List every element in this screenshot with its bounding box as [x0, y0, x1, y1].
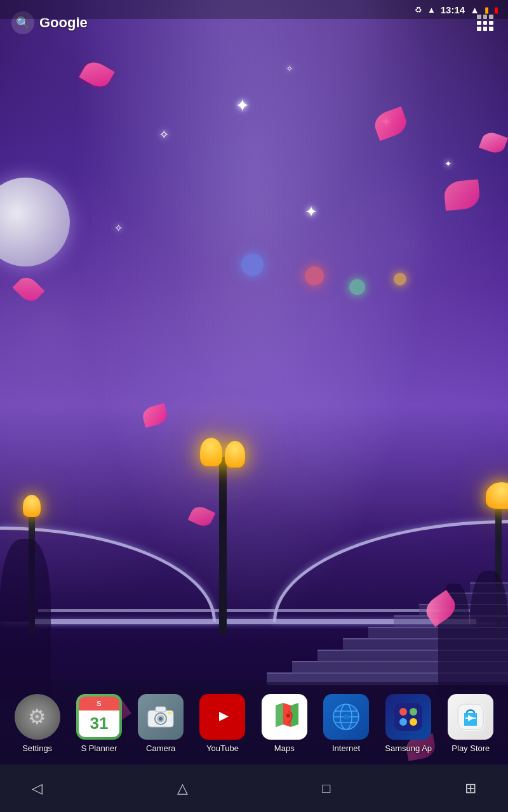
grid-dot	[489, 27, 493, 31]
grid-dot	[477, 27, 481, 31]
svg-rect-18	[394, 703, 422, 731]
svg-point-22	[410, 718, 417, 726]
svg-point-20	[410, 708, 417, 716]
tree-left-1	[0, 539, 51, 698]
sparkle-5: ✧	[286, 63, 293, 74]
battery-icon: ▮	[494, 5, 498, 15]
recycle-icon: ♻	[415, 5, 422, 15]
sparkle-1: ✦	[235, 95, 250, 116]
app-settings[interactable]: ⚙ Settings	[15, 694, 60, 753]
grid-dot	[477, 21, 481, 25]
lamp-center	[197, 457, 204, 634]
menu-button[interactable]: ⊞	[458, 774, 483, 803]
svg-point-21	[399, 718, 407, 726]
svg-rect-4	[156, 707, 166, 712]
wifi-icon: ▲	[470, 4, 479, 15]
app-dock: ⚙ Settings S 31 S Planner Camer	[0, 682, 508, 764]
app-maps[interactable]: Maps	[262, 694, 307, 753]
app-youtube-label: YouTube	[206, 743, 239, 753]
app-playstore-label: Play Store	[451, 743, 490, 753]
grid-dot	[483, 27, 488, 31]
splanner-date: 31	[90, 714, 108, 733]
svg-point-10	[286, 714, 290, 717]
maps-icon-svg	[271, 703, 298, 731]
app-internet[interactable]: Internet	[323, 694, 369, 753]
navigation-bar: ◁ △ □ ⊞	[0, 764, 508, 812]
camera-icon-svg	[147, 705, 175, 728]
youtube-icon-svg	[206, 705, 238, 728]
sparkle-2: ✦	[305, 203, 318, 221]
svg-point-17	[344, 714, 349, 719]
app-playstore[interactable]: Play Store	[448, 694, 493, 753]
home-button[interactable]: △	[171, 774, 194, 803]
sparkle-6: ✦	[444, 159, 452, 169]
grid-dot	[483, 21, 488, 25]
app-settings-label: Settings	[22, 743, 52, 753]
samsung-icon-svg	[394, 703, 422, 731]
grid-dot	[489, 21, 493, 25]
sparkle-3: ✧	[159, 127, 170, 142]
settings-icon: ⚙	[28, 705, 46, 729]
battery-status-icon: ▲	[427, 5, 436, 15]
app-camera-label: Camera	[146, 743, 175, 753]
back-button[interactable]: ◁	[25, 774, 49, 803]
bridge-scene	[0, 368, 508, 685]
app-maps-label: Maps	[274, 743, 295, 753]
status-bar: ♻ ▲ 13:14 ▲ ▮ ▮	[405, 0, 508, 19]
app-youtube[interactable]: YouTube	[199, 694, 245, 753]
svg-point-19	[399, 708, 407, 716]
playstore-icon-svg	[457, 703, 485, 731]
recent-button[interactable]: □	[316, 774, 337, 803]
app-splanner-label: S Planner	[81, 743, 117, 753]
splanner-month-label: S	[97, 700, 101, 707]
app-samsung[interactable]: Samsung Ap	[385, 694, 432, 753]
time-display: 13:14	[441, 4, 465, 15]
app-samsung-label: Samsung Ap	[385, 743, 432, 753]
svg-point-3	[159, 717, 163, 721]
svg-rect-5	[168, 712, 171, 714]
tree-right-1	[470, 571, 508, 698]
app-internet-label: Internet	[332, 743, 360, 753]
app-camera[interactable]: Camera	[138, 694, 184, 753]
signal-icon: ▮	[485, 5, 489, 15]
app-splanner[interactable]: S 31 S Planner	[76, 694, 122, 753]
sparkle-7: ✧	[114, 222, 123, 234]
internet-icon-svg	[332, 703, 360, 731]
